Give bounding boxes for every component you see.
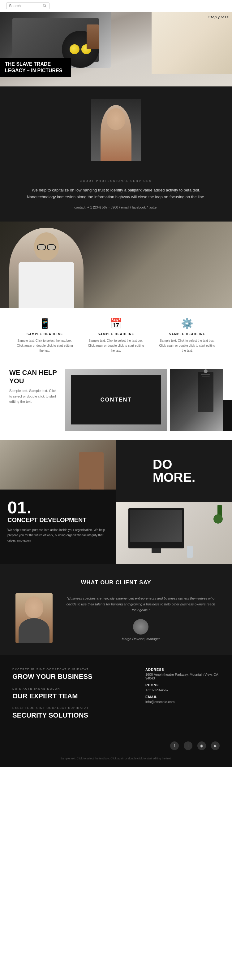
footer-right: ADDRESS 1600 Amphitheatre Parkway, Mount… (145, 668, 219, 725)
icon-item-0: 📱 SAMPLE HEADLINE Sample text. Click to … (9, 318, 80, 353)
footer-bottom-text: Sample text. Click to select the text bo… (13, 756, 219, 760)
footer-heading-3: SECURITY SOLUTIONS (13, 711, 133, 719)
help-section: WE CAN HELP YOU Sample text. Sample text… (0, 360, 232, 431)
svg-point-0 (43, 4, 46, 7)
desk-plant (213, 505, 226, 530)
footer-email: EMAIL info@example.com (145, 695, 219, 704)
wide-photo-face (34, 232, 59, 260)
footer-phone: PHONE +321-123-4567 (145, 683, 219, 692)
help-tag-line2 (202, 376, 210, 377)
help-left: WE CAN HELP YOU Sample text. Sample text… (9, 369, 65, 431)
concept-title: CONCEPT DEVELOPMENT (8, 516, 109, 523)
help-right (167, 369, 223, 431)
footer-phone-label: PHONE (145, 683, 219, 687)
do-more-text: DO MORE. (153, 458, 196, 484)
desk-glass (187, 546, 193, 558)
icon-headline-1: SAMPLE HEADLINE (87, 332, 145, 336)
help-text: Sample text. Sample text. Click to selec… (9, 388, 59, 405)
testimonial-layout: "Business coaches are typically experien… (16, 593, 216, 643)
testimonial-small-avatar (133, 619, 148, 635)
footer-tag-3: Excepteur sint occaecat cupidatat (13, 706, 133, 710)
hero-hand (87, 24, 99, 49)
desk-image (116, 502, 232, 564)
search-input[interactable] (9, 4, 43, 8)
desk-monitor (128, 508, 184, 549)
portrait-section (0, 86, 232, 173)
concept-black-box: 01. CONCEPT DEVELOPMENT We help translat… (0, 490, 116, 564)
concept-top-image (0, 440, 116, 490)
wide-photo-section (0, 221, 232, 308)
help-laptop-screen: CONTENT (71, 375, 161, 425)
testimonial-quote: "Business coaches are typically experien… (65, 595, 216, 613)
help-tag-image (170, 369, 223, 431)
concept-description: We help translate purpose into action in… (8, 527, 109, 543)
do-text: DO (153, 457, 172, 472)
social-facebook-icon[interactable]: f (170, 741, 179, 750)
icon-symbol-0: 📱 (16, 318, 74, 329)
portrait-face (107, 108, 125, 130)
search-bar[interactable] (6, 3, 49, 9)
do-more-image: DO MORE. (116, 440, 232, 502)
help-laptop: CONTENT (65, 369, 167, 431)
footer-bottom: f t ◉ ▶ Sample text. Click to select the… (13, 735, 219, 760)
testimonial-avatar (16, 593, 52, 643)
footer-tag-2: Duis aute irure dolor (13, 687, 133, 690)
icon-text-0: Sample text. Click to select the text bo… (16, 338, 74, 353)
wide-photo-body (19, 262, 74, 308)
testimonial-content: "Business coaches are typically experien… (65, 595, 216, 641)
icon-item-2: ⚙️ SAMPLE HEADLINE Sample text. Click to… (152, 318, 223, 353)
portrait-image (91, 99, 141, 161)
social-youtube-icon[interactable]: ▶ (211, 741, 219, 750)
more-text: MORE. (153, 470, 196, 485)
footer-social: f t ◉ ▶ (13, 741, 219, 750)
hero-title-box: THE SLAVE TRADE LEGACY – IN PICTURES (0, 58, 71, 77)
social-instagram-icon[interactable]: ◉ (197, 741, 206, 750)
concept-number: 01. (8, 499, 109, 516)
testimonial-body (19, 618, 49, 643)
help-title: WE CAN HELP YOU (9, 369, 59, 385)
wide-photo-glasses (37, 244, 56, 250)
footer-address-value: 1600 Amphitheatre Parkway, Mountain View… (145, 673, 219, 680)
footer-heading-2: OUR EXPERT TEAM (13, 692, 133, 700)
footer-address-label: ADDRESS (145, 668, 219, 671)
footer-email-value: info@example.com (145, 700, 219, 704)
glass-lens-left (37, 244, 46, 250)
icons-section: 📱 SAMPLE HEADLINE Sample text. Click to … (0, 308, 232, 360)
footer-left: Excepteur sint occaecat cupidatat GROW Y… (13, 668, 133, 725)
monitor-screen (130, 510, 182, 542)
writing-hand (79, 452, 104, 490)
help-tag-hole (204, 369, 208, 373)
testimonial-section: WHAT OUR CLIENT SAY "Business coaches ar… (0, 564, 232, 655)
footer: Excepteur sint occaecat cupidatat GROW Y… (0, 655, 232, 767)
lemon-half-left (69, 44, 79, 54)
top-nav (0, 0, 232, 12)
footer-tag-1: Excepteur sint occaecat cupidatat (13, 668, 133, 671)
search-icon (43, 4, 47, 8)
hero-section: Stop press THE SLAVE TRADE LEGACY – IN P… (0, 12, 232, 86)
about-section: ABOUT PROFESSIONAL SERVICES We help to c… (0, 173, 232, 221)
footer-top: Excepteur sint occaecat cupidatat GROW Y… (13, 668, 219, 735)
glass-lens-right (47, 244, 56, 250)
icon-headline-0: SAMPLE HEADLINE (16, 332, 74, 336)
help-laptop-image: CONTENT (65, 369, 167, 431)
monitor-stand (152, 549, 161, 553)
about-text: We help to capitalize on low hanging fru… (19, 187, 213, 200)
hero-title: THE SLAVE TRADE LEGACY – IN PICTURES (5, 61, 66, 74)
about-subtitle: ABOUT PROFESSIONAL SERVICES (19, 180, 213, 183)
svg-line-1 (46, 6, 46, 8)
testimonial-title: WHAT OUR CLIENT SAY (16, 579, 216, 586)
icon-symbol-2: ⚙️ (158, 318, 216, 329)
hero-magazine: Stop press (152, 12, 232, 74)
wide-photo-figure (9, 228, 84, 308)
concept-left: 01. CONCEPT DEVELOPMENT We help translat… (0, 440, 116, 564)
about-contact: contact: + 1 (234) 567 - 8900 / email / … (19, 205, 213, 209)
social-twitter-icon[interactable]: t (184, 741, 193, 750)
testimonial-face (25, 597, 43, 618)
icon-text-2: Sample text. Click to select the text bo… (158, 338, 216, 353)
help-tag-line1 (201, 374, 210, 375)
footer-phone-value: +321-123-4567 (145, 688, 219, 692)
testimonial-name: Margo Dawson, manager (65, 637, 216, 641)
help-tag-shape (198, 372, 213, 412)
icon-text-1: Sample text. Click to select the text bo… (87, 338, 145, 353)
concept-right: DO MORE. (116, 440, 232, 564)
